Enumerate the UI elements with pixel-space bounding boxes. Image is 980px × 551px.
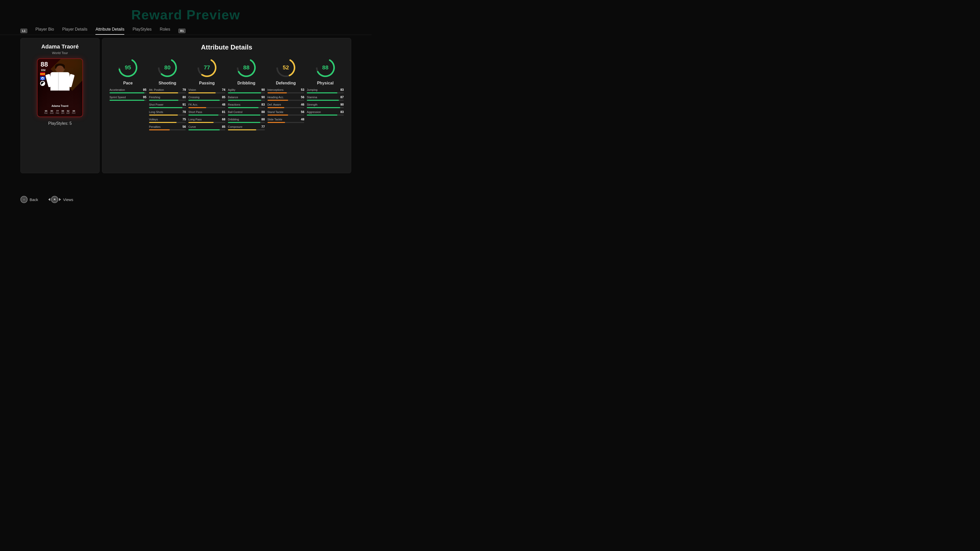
- stat-row-header: Att. Position79: [149, 88, 186, 92]
- stat-bar-fill: [149, 114, 178, 116]
- stat-value: 83: [340, 110, 344, 114]
- stat-value: 88: [261, 110, 265, 114]
- stat-label: Dribbling: [228, 118, 239, 121]
- stat-row-fk-acc.: FK Acc.48: [188, 103, 225, 108]
- stat-bar-fill: [228, 114, 260, 116]
- stat-row-header: Vision74: [188, 88, 225, 92]
- stat-row-header: Composure77: [228, 125, 265, 129]
- stat-value: 74: [222, 88, 225, 92]
- arrow-left-icon: [48, 198, 50, 201]
- stat-label: Sprint Speed: [110, 96, 126, 99]
- stat-label: Interceptions: [267, 88, 283, 91]
- stat-row-slide-tackle: Slide Tackle48: [267, 118, 304, 123]
- stat-label: Slide Tackle: [267, 118, 283, 121]
- attr-column-pace: 95PaceAcceleration95Sprint Speed95: [110, 56, 146, 132]
- playstyles-count: PlayStyles: 5: [48, 121, 72, 126]
- stat-value: 77: [261, 125, 265, 129]
- stat-row-jumping: Jumping83: [307, 88, 344, 94]
- stat-bar: [307, 107, 344, 108]
- tab-playstyles[interactable]: PlayStyles: [132, 27, 151, 35]
- attr-columns: 95PaceAcceleration95Sprint Speed95 80Sho…: [110, 56, 344, 132]
- stat-bar-fill: [149, 100, 179, 101]
- stat-row-header: Stand Tackle56: [267, 110, 304, 114]
- stat-bar: [267, 122, 304, 123]
- stat-value: 56: [183, 125, 186, 129]
- card-stat-phy: 88 PHY: [72, 110, 76, 114]
- stat-label: Agility: [228, 88, 235, 91]
- tab-roles[interactable]: Roles: [160, 27, 170, 35]
- back-button[interactable]: ○: [21, 196, 27, 203]
- stat-row-header: Ball Control88: [228, 110, 265, 114]
- attr-column-defending: 52DefendingInterceptions53Heading Acc.56…: [267, 56, 304, 132]
- stat-bar-fill: [188, 100, 220, 101]
- gauge-passing: 77: [196, 56, 218, 79]
- player-name: Adama Traoré: [41, 43, 79, 50]
- stat-bar: [228, 114, 265, 116]
- tab-player-bio[interactable]: Player Bio: [35, 27, 54, 35]
- stat-row-penalties: Penalties56: [149, 125, 186, 130]
- stat-value: 48: [301, 118, 304, 121]
- page-title: Reward Preview: [0, 0, 372, 22]
- stat-value: 53: [301, 88, 304, 92]
- nav-tabs: L1 Player Bio Player Details Attribute D…: [0, 22, 372, 35]
- stat-value: 95: [143, 88, 146, 92]
- stat-row-header: Crossing85: [188, 95, 225, 99]
- stat-bar: [307, 100, 344, 101]
- stat-label: Finishing: [149, 96, 160, 99]
- stat-row-header: Long Shots78: [149, 110, 186, 114]
- back-nav-item[interactable]: ○ Back: [21, 196, 38, 203]
- stat-label: Def. Aware: [267, 103, 281, 106]
- stat-bar: [267, 114, 304, 116]
- attr-column-title-defending: Defending: [276, 81, 296, 86]
- stat-bar-fill: [228, 122, 260, 123]
- stat-value: 87: [340, 95, 344, 99]
- stat-row-vision: Vision74: [188, 88, 225, 94]
- back-label: Back: [30, 197, 38, 202]
- stat-label: Heading Acc.: [267, 96, 284, 99]
- stat-row-reactions: Reactions83: [228, 103, 265, 108]
- views-nav-item[interactable]: R Views: [48, 196, 73, 203]
- stat-bar-fill: [307, 107, 340, 108]
- stat-label: Reactions: [228, 103, 240, 106]
- stat-row-finishing: Finishing80: [149, 95, 186, 101]
- stat-row-header: Short Pass81: [188, 110, 225, 114]
- stat-bar: [267, 107, 304, 108]
- stat-row-header: FK Acc.48: [188, 103, 225, 106]
- stat-label: Acceleration: [110, 88, 125, 91]
- stat-value: 68: [222, 118, 225, 121]
- player-body: [51, 72, 70, 91]
- views-arrow: R: [48, 196, 61, 203]
- stat-value: 95: [143, 95, 146, 99]
- stat-row-header: Slide Tackle48: [267, 118, 304, 121]
- tab-player-details[interactable]: Player Details: [62, 27, 88, 35]
- attr-column-physical: 88PhysicalJumping83Stamina87Strength90Ag…: [307, 56, 344, 132]
- stat-row-dribbling: Dribbling88: [228, 118, 265, 123]
- stat-row-header: Finishing80: [149, 95, 186, 99]
- gauge-dribbling: 88: [235, 56, 258, 79]
- stat-row-header: Shot Power91: [149, 103, 186, 106]
- stat-bar-fill: [228, 107, 259, 108]
- stat-value: 83: [340, 88, 344, 92]
- stat-label: Jumping: [307, 88, 318, 91]
- arrow-right-icon: [59, 198, 61, 201]
- stat-bar: [188, 100, 225, 101]
- gauge-pace: 95: [117, 56, 139, 79]
- stat-bar: [267, 92, 304, 94]
- stat-bar: [188, 92, 225, 94]
- attr-column-title-physical: Physical: [317, 81, 334, 86]
- stat-label: Aggression: [307, 110, 321, 114]
- stat-bar-fill: [267, 122, 285, 123]
- stat-row-crossing: Crossing85: [188, 95, 225, 101]
- stat-label: Long Pass: [188, 118, 202, 121]
- stat-row-header: Agility90: [228, 88, 265, 92]
- stat-value: 80: [183, 95, 186, 99]
- card-stats-row: 95 PAC 80 SHO 77 PAS 88 DRI 52 DEF: [44, 110, 76, 114]
- stat-label: Composure: [228, 125, 242, 128]
- tab-attribute-details[interactable]: Attribute Details: [95, 27, 124, 35]
- stat-row-header: Long Pass68: [188, 118, 225, 121]
- views-button[interactable]: R: [51, 196, 58, 203]
- stat-label: Penalties: [149, 125, 161, 128]
- stat-label: Vision: [188, 88, 196, 91]
- stat-label: Short Pass: [188, 110, 202, 114]
- stat-value: 85: [222, 95, 225, 99]
